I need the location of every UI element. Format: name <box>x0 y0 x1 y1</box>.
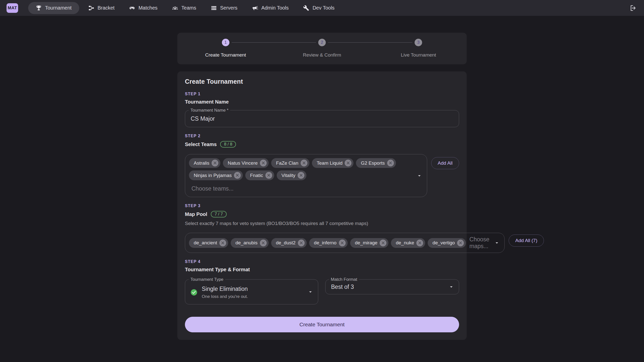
chip-label: de_nuke <box>396 240 414 246</box>
chip-label: de_ancient <box>194 240 217 246</box>
team-chip[interactable]: FaZe Clan✕ <box>271 158 309 168</box>
map-chips: de_ancient✕ de_anubis✕ de_dust2✕ de_infe… <box>189 238 466 248</box>
chip-label: Natus Vincere <box>228 160 258 166</box>
step2-title-text: Select Teams <box>185 142 217 147</box>
nav-item-label: Servers <box>220 5 237 11</box>
remove-chip-icon[interactable]: ✕ <box>260 240 267 246</box>
step3-tag: STEP 3 <box>185 204 459 208</box>
tournament-type-select[interactable]: Tournament Type Single Elimination One l… <box>185 279 318 304</box>
remove-chip-icon[interactable]: ✕ <box>345 160 351 166</box>
people-icon <box>172 5 178 11</box>
chip-label: Vitality <box>281 173 296 178</box>
step2-section-title: Select Teams 8 / 8 <box>185 141 459 148</box>
step2-tag: STEP 2 <box>185 134 459 138</box>
step4-section-title: Tournament Type & Format <box>185 267 459 273</box>
teams-placeholder: Choose teams... <box>191 185 412 192</box>
chip-label: FaZe Clan <box>276 160 298 166</box>
chip-label: G2 Esports <box>361 160 385 166</box>
map-chip[interactable]: de_inferno✕ <box>309 238 348 248</box>
remove-chip-icon[interactable]: ✕ <box>457 240 464 246</box>
stepper-card: 1 Create Tournament 2 Review & Confirm 3… <box>177 33 467 64</box>
check-circle-icon <box>190 289 198 296</box>
remove-chip-icon[interactable]: ✕ <box>301 160 307 166</box>
map-pool-helper-text: Select exactly 7 maps for veto system (B… <box>185 221 459 226</box>
remove-chip-icon[interactable]: ✕ <box>219 240 226 246</box>
remove-chip-icon[interactable]: ✕ <box>339 240 346 246</box>
step3-section-title: Map Pool 7 / 7 <box>185 211 459 217</box>
map-chip[interactable]: de_vertigo✕ <box>428 238 466 248</box>
map-chip[interactable]: de_dust2✕ <box>271 238 307 248</box>
remove-chip-icon[interactable]: ✕ <box>212 160 218 166</box>
match-format-value: Best of 3 <box>331 284 354 290</box>
chip-label: de_mirage <box>355 240 378 246</box>
match-format-select[interactable]: Match Format Best of 3 <box>325 279 459 294</box>
nav-item-label: Matches <box>138 5 157 11</box>
chip-label: Astralis <box>194 160 209 166</box>
step-live-tournament: 3 Live Tournament <box>370 39 467 58</box>
map-chip[interactable]: de_nuke✕ <box>391 238 425 248</box>
nav-item-teams[interactable]: Teams <box>167 2 202 14</box>
chevron-down-icon[interactable] <box>448 284 454 290</box>
chip-label: de_anubis <box>235 240 258 246</box>
nav-item-label: Bracket <box>98 5 115 11</box>
chevron-down-icon[interactable] <box>416 173 422 179</box>
add-all-teams-button[interactable]: Add All <box>431 157 459 169</box>
remove-chip-icon[interactable]: ✕ <box>234 172 241 179</box>
nav-item-label: Dev Tools <box>312 5 334 11</box>
tournament-type-description: One loss and you're out. <box>202 294 248 299</box>
add-all-maps-button[interactable]: Add All (7) <box>509 235 544 247</box>
maps-placeholder: Choose maps... <box>469 236 489 250</box>
nav-item-dev-tools[interactable]: Dev Tools <box>298 2 340 14</box>
nav-item-matches[interactable]: Matches <box>124 2 163 14</box>
create-tournament-button[interactable]: Create Tournament <box>185 317 459 332</box>
team-chip[interactable]: Astralis✕ <box>189 158 220 168</box>
team-chip[interactable]: Fnatic✕ <box>245 170 274 180</box>
create-tournament-card: Create Tournament STEP 1 Tournament Name… <box>177 71 467 340</box>
remove-chip-icon[interactable]: ✕ <box>260 160 267 166</box>
teams-count-badge: 8 / 8 <box>220 141 236 148</box>
step-circle-1: 1 <box>222 39 229 46</box>
nav-item-bracket[interactable]: Bracket <box>83 2 120 14</box>
nav-item-tournament[interactable]: Tournament <box>28 2 79 14</box>
remove-chip-icon[interactable]: ✕ <box>380 240 386 246</box>
remove-chip-icon[interactable]: ✕ <box>298 240 305 246</box>
remove-chip-icon[interactable]: ✕ <box>298 172 304 179</box>
remove-chip-icon[interactable]: ✕ <box>387 160 394 166</box>
step-label: Create Tournament <box>205 52 246 58</box>
tournament-name-value: CS Major <box>191 115 215 122</box>
chevron-down-icon[interactable] <box>307 289 313 295</box>
nav-items: Tournament Bracket Matches Teams Servers <box>28 2 340 14</box>
logout-button[interactable] <box>629 4 637 12</box>
server-icon <box>211 5 217 11</box>
maps-count-badge: 7 / 7 <box>211 211 227 217</box>
teams-multiselect[interactable]: Astralis✕ Natus Vincere✕ FaZe Clan✕ Team… <box>185 154 427 197</box>
chip-label: Ninjas in Pyjamas <box>194 173 232 178</box>
team-chip[interactable]: Vitality✕ <box>277 170 307 180</box>
step4-tag: STEP 4 <box>185 259 459 264</box>
map-chip[interactable]: de_mirage✕ <box>350 238 389 248</box>
map-chip[interactable]: de_ancient✕ <box>189 238 228 248</box>
remove-chip-icon[interactable]: ✕ <box>265 172 272 179</box>
stepper-connector <box>232 42 316 43</box>
tournament-type-value: Single Elimination <box>202 286 248 292</box>
team-chip[interactable]: Natus Vincere✕ <box>223 158 269 168</box>
team-chip[interactable]: Team Liquid✕ <box>312 158 353 168</box>
nav-item-admin-tools[interactable]: Admin Tools <box>247 2 294 14</box>
app-logo[interactable]: MAT <box>7 3 18 13</box>
bracket-icon <box>88 5 94 11</box>
nav-item-servers[interactable]: Servers <box>205 2 243 14</box>
team-chip[interactable]: G2 Esports✕ <box>356 158 396 168</box>
step-create-tournament: 1 Create Tournament <box>177 39 274 58</box>
chip-label: Fnatic <box>250 173 263 178</box>
page-title: Create Tournament <box>185 78 459 85</box>
megaphone-icon <box>252 5 258 11</box>
step1-section-title: Tournament Name <box>185 99 459 105</box>
remove-chip-icon[interactable]: ✕ <box>416 240 423 246</box>
maps-multiselect[interactable]: de_ancient✕ de_anubis✕ de_dust2✕ de_infe… <box>185 233 505 253</box>
tournament-name-input[interactable]: Tournament Name * CS Major <box>185 110 459 127</box>
map-chip[interactable]: de_anubis✕ <box>231 238 269 248</box>
chevron-down-icon[interactable] <box>494 240 500 246</box>
team-chip[interactable]: Ninjas in Pyjamas✕ <box>189 170 243 180</box>
chip-label: de_inferno <box>314 240 337 246</box>
step1-tag: STEP 1 <box>185 92 459 96</box>
